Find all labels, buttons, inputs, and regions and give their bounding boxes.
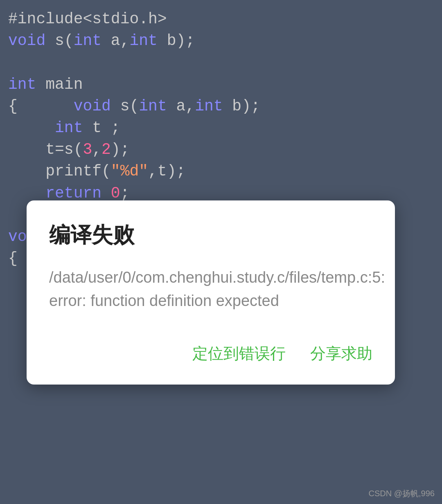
code-line-5: { void s(int a,int b); xyxy=(8,95,434,117)
code-line-3 xyxy=(8,52,434,73)
modal-message: /data/user/0/com.chenghui.study.c/files/… xyxy=(49,266,372,313)
code-line-1: #include<stdio.h> xyxy=(8,8,434,30)
code-line-8: printf("%d",t); xyxy=(8,160,434,182)
compile-error-modal: 编译失败 /data/user/0/com.chenghui.study.c/f… xyxy=(27,200,395,385)
code-line-6: int t ; xyxy=(8,117,434,139)
share-help-button[interactable]: 分享求助 xyxy=(310,341,372,366)
watermark: CSDN @扬帆,996 xyxy=(369,488,435,499)
locate-error-button[interactable]: 定位到错误行 xyxy=(192,341,286,366)
modal-title: 编译失败 xyxy=(49,221,372,250)
modal-actions: 定位到错误行 分享求助 xyxy=(49,337,372,366)
code-line-2: void s(int a,int b); xyxy=(8,30,434,52)
code-line-4: int main xyxy=(8,74,434,95)
code-editor: #include<stdio.h> void s(int a,int b); i… xyxy=(0,0,442,504)
code-line-7: t=s(3,2); xyxy=(8,139,434,160)
